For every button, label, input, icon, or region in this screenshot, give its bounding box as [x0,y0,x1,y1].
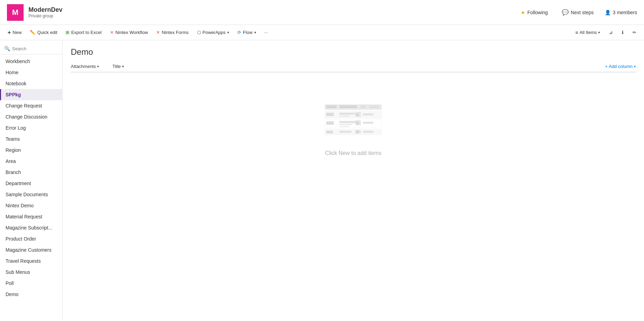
sidebar-item-change-request[interactable]: Change Request [0,100,62,111]
search-icon: 🔍 [4,46,10,51]
sidebar-item-notebook[interactable]: Notebook [0,78,62,89]
sidebar-item-area-label: Area [6,158,16,164]
sidebar-item-demo-label: Demo [6,292,18,297]
flow-button[interactable]: ⟳ Flow ▾ [234,28,259,37]
add-column-button[interactable]: + Add column ▾ [605,64,636,69]
site-title-block: ModernDev Private group [28,6,518,18]
sidebar-item-nintex-demo[interactable]: Nintex Demo [0,200,62,211]
svg-rect-15 [339,124,353,125]
header-actions: ★ Following 💬 Next steps 👤 3 members [518,7,637,18]
sidebar-item-change-discussion[interactable]: Change Discussion [0,111,62,122]
site-logo: M [7,4,24,21]
sidebar-item-error-log-label: Error Log [6,125,26,131]
sidebar-item-travel-requests[interactable]: Travel Requests [0,255,62,267]
sidebar-item-magazine-subscript[interactable]: Magazine Subscript... [0,222,62,233]
sidebar-item-demo[interactable]: Demo [0,289,62,300]
svg-rect-4 [369,105,379,108]
quick-edit-button[interactable]: ✏️ Quick edit [26,28,61,37]
sidebar-item-poll[interactable]: Poll [0,278,62,289]
all-items-label: All Items [579,30,597,35]
sidebar-item-workbench[interactable]: Workbench [0,56,62,67]
empty-illustration: 🖼 🖼 🖼 [322,102,384,143]
filter-button[interactable]: ⊿ [605,28,616,37]
sidebar-item-magazine-customers[interactable]: Magazine Customers [0,244,62,255]
info-icon: ℹ [622,30,624,35]
sidebar-item-error-log[interactable]: Error Log [0,122,62,133]
empty-state: 🖼 🖼 🖼 Click New to add items [71,74,636,184]
all-items-button[interactable]: ≡ All Items ▾ [572,28,603,37]
nintex-forms-label: Nintex Forms [162,30,188,35]
nintex-workflow-button[interactable]: ✕ Nintex Workflow [107,28,152,37]
col-attachments[interactable]: Attachments ▾ [71,64,112,69]
person-icon: 👤 [605,10,611,15]
sidebar-item-branch[interactable]: Branch [0,167,62,178]
site-subtitle: Private group [28,14,518,18]
following-button[interactable]: ★ Following [518,8,551,17]
svg-rect-3 [360,105,366,108]
edit-icon: ✏ [633,30,636,35]
sidebar-item-sppkg[interactable]: SPPkg [0,89,62,100]
sidebar-item-product-order[interactable]: Product Order [0,233,62,244]
toolbar: + New ✏️ Quick edit ⊞ Export to Excel ✕ … [0,25,644,40]
toolbar-right: ≡ All Items ▾ ⊿ ℹ ✏ [572,28,640,37]
chat-icon: 💬 [562,9,569,16]
sidebar-item-region[interactable]: Region [0,145,62,156]
sidebar: 🔍 Workbench Home Notebook SPPkg Change R… [0,40,62,321]
flow-chevron: ▾ [254,31,256,34]
svg-rect-13 [326,121,334,125]
site-name: ModernDev [28,6,518,14]
edit-view-button[interactable]: ✏ [629,28,640,37]
more-icon: ··· [264,30,268,35]
empty-message: Click New to add items [325,150,382,156]
nintex-workflow-icon: ✕ [110,30,114,35]
svg-rect-6 [326,113,334,116]
quick-edit-label: Quick edit [37,30,57,35]
svg-rect-8 [339,115,350,117]
sidebar-item-sppkg-label: SPPkg [6,92,21,97]
new-button[interactable]: + New [4,28,25,37]
sidebar-item-sample-documents[interactable]: Sample Documents [0,189,62,200]
col-title-label: Title [112,64,121,69]
all-items-chevron: ▾ [598,31,600,34]
next-steps-button[interactable]: 💬 Next steps [559,7,596,18]
export-excel-button[interactable]: ⊞ Export to Excel [62,28,105,37]
sidebar-item-travel-requests-label: Travel Requests [6,258,41,264]
svg-text:🖼: 🖼 [356,113,359,116]
sidebar-item-change-discussion-label: Change Discussion [6,114,48,120]
next-steps-label: Next steps [571,10,594,15]
sidebar-item-notebook-label: Notebook [6,81,26,86]
sidebar-item-poll-label: Poll [6,280,14,286]
sidebar-item-material-request[interactable]: Material Request [0,211,62,222]
search-input[interactable] [12,46,58,51]
svg-rect-7 [339,113,355,115]
more-button[interactable]: ··· [261,28,272,37]
sidebar-item-branch-label: Branch [6,170,21,175]
svg-rect-22 [339,131,351,133]
nintex-forms-icon: ✕ [156,30,160,35]
add-column-label: + Add column [605,64,633,69]
info-button[interactable]: ℹ [618,28,627,37]
svg-rect-2 [339,105,357,108]
sidebar-item-magazine-subscript-label: Magazine Subscript... [6,225,52,231]
col-attachments-chevron: ▾ [97,64,99,68]
nintex-workflow-label: Nintex Workflow [116,30,148,35]
nintex-forms-button[interactable]: ✕ Nintex Forms [153,28,192,37]
sidebar-item-area[interactable]: Area [0,156,62,167]
sidebar-item-home[interactable]: Home [0,67,62,78]
sidebar-item-department[interactable]: Department [0,178,62,189]
svg-text:🖼: 🖼 [356,121,359,125]
list-header: Attachments ▾ Title ▾ + Add column ▾ [71,64,636,72]
sidebar-item-sub-menus[interactable]: Sub Menus [0,267,62,278]
svg-text:🖼: 🖼 [356,130,359,134]
pencil-icon: ✏️ [30,30,35,35]
svg-rect-14 [339,121,357,123]
powerapps-label: PowerApps [203,30,226,35]
sidebar-item-teams[interactable]: Teams [0,133,62,145]
new-label: New [12,30,22,35]
export-label: Export to Excel [71,30,101,35]
col-title[interactable]: Title ▾ [112,64,605,69]
col-attachments-label: Attachments [71,64,96,69]
svg-rect-11 [363,113,373,115]
powerapps-button[interactable]: ⬡ PowerApps ▾ [194,28,232,37]
top-header: M ModernDev Private group ★ Following 💬 … [0,0,644,25]
